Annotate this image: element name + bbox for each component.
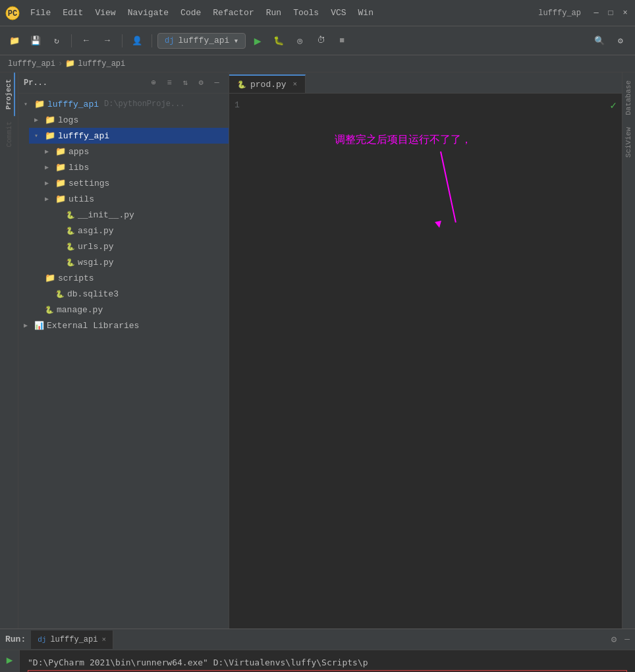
tree-item-db[interactable]: 🐍 db.sqlite3 bbox=[40, 286, 229, 302]
editor-content[interactable]: 1 ✓ 调整完之后项目运行不了了， bbox=[229, 94, 622, 629]
menu-file[interactable]: File bbox=[25, 5, 56, 20]
profile-icon[interactable]: ⏱ bbox=[312, 32, 330, 50]
manage-label: manage.py bbox=[57, 305, 103, 315]
tree-item-lufffy-api[interactable]: ▾ 📁 lufffy_api bbox=[29, 128, 229, 144]
line-numbers: 1 bbox=[229, 94, 256, 117]
asgi-py-icon: 🐍 bbox=[66, 227, 75, 235]
separator-2 bbox=[122, 34, 123, 47]
breadcrumb-part1[interactable]: lufffy_api bbox=[8, 59, 55, 69]
tree-item-logs[interactable]: ▶ 📁 logs bbox=[29, 112, 229, 128]
separator-3 bbox=[152, 34, 152, 47]
save-icon[interactable]: 💾 bbox=[26, 32, 45, 50]
menu-refactor[interactable]: Refactor bbox=[207, 5, 259, 20]
run-tab-lufffy[interactable]: dj lufffy_api × bbox=[31, 630, 113, 649]
bottom-panel: Run: dj lufffy_api × ⚙ — ▶ ▲ ▼ 🔧 ⇥ ⬛ ↩ 🖨… bbox=[0, 629, 635, 672]
settings-folder-icon: 📁 bbox=[55, 178, 66, 188]
libs-chevron: ▶ bbox=[45, 163, 53, 171]
run-label: Run: bbox=[5, 634, 26, 644]
maximize-button[interactable]: □ bbox=[606, 9, 615, 18]
db-label: db.sqlite3 bbox=[67, 289, 119, 299]
project-strip: Project Commit bbox=[0, 72, 18, 629]
svg-text:PC: PC bbox=[8, 9, 17, 18]
menu-edit[interactable]: Edit bbox=[57, 5, 88, 20]
minimize-button[interactable]: — bbox=[592, 9, 601, 18]
tree-root[interactable]: ▾ 📁 lufffy_api D:\pythonProje... bbox=[18, 96, 229, 112]
right-tab-sciview[interactable]: SciView bbox=[623, 122, 635, 163]
tab-prod-py[interactable]: 🐍 prod.py × bbox=[229, 74, 306, 93]
run-play-icon[interactable]: ▶ bbox=[248, 32, 267, 50]
collapse-all-icon[interactable]: ≡ bbox=[163, 76, 176, 90]
tree-item-wsgi[interactable]: 🐍 wsgi.py bbox=[50, 254, 229, 270]
menu-tools[interactable]: Tools bbox=[288, 5, 324, 20]
back-icon[interactable]: ← bbox=[77, 32, 96, 50]
tree-item-init[interactable]: 🐍 __init__.py bbox=[50, 207, 229, 223]
tab-close-icon[interactable]: × bbox=[293, 80, 298, 88]
logs-label: logs bbox=[58, 115, 78, 125]
root-chevron: ▾ bbox=[24, 100, 32, 108]
run-config-selector[interactable]: dj lufffy_api ▾ bbox=[157, 33, 246, 49]
tree-item-asgi[interactable]: 🐍 asgi.py bbox=[50, 223, 229, 238]
open-folder-icon[interactable]: 📁 bbox=[5, 32, 24, 50]
tree-item-scripts[interactable]: 📁 scripts bbox=[29, 270, 229, 286]
expand-all-icon[interactable]: ⇅ bbox=[179, 76, 192, 90]
panel-header-icons: ⊕ ≡ ⇅ ⚙ — bbox=[147, 76, 223, 90]
stop-icon[interactable]: ■ bbox=[333, 32, 351, 50]
gear-icon[interactable]: ⚙ bbox=[194, 76, 207, 90]
menu-vcs[interactable]: VCS bbox=[325, 5, 351, 20]
breadcrumb-part2[interactable]: lufffy_api bbox=[78, 59, 125, 69]
run-play-btn[interactable]: ▶ bbox=[3, 653, 17, 667]
run-panel-minimize-icon[interactable]: — bbox=[624, 634, 630, 644]
run-panel-gear-icon[interactable]: ⚙ bbox=[611, 634, 617, 645]
wsgi-py-icon: 🐍 bbox=[66, 258, 75, 267]
lufffy-api-folder-icon: 📁 bbox=[45, 130, 55, 141]
code-area[interactable] bbox=[256, 94, 622, 629]
debug-icon[interactable]: 🐛 bbox=[269, 32, 288, 50]
run-config-chevron: ▾ bbox=[233, 36, 238, 46]
apps-chevron: ▶ bbox=[45, 148, 53, 155]
right-tab-database[interactable]: Database bbox=[623, 75, 635, 121]
settings-icon[interactable]: ⚙ bbox=[611, 32, 630, 50]
tree-item-libs[interactable]: ▶ 📁 libs bbox=[40, 159, 229, 175]
tree-item-urls[interactable]: 🐍 urls.py bbox=[50, 238, 229, 254]
run-config-name: lufffy_api bbox=[178, 36, 229, 45]
tree-item-ext-libs[interactable]: ▶ 📊 External Libraries bbox=[18, 318, 229, 333]
run-config-py-icon: dj bbox=[165, 36, 174, 45]
forward-icon[interactable]: → bbox=[98, 32, 117, 50]
menu-code[interactable]: Code bbox=[175, 5, 206, 20]
search-everywhere-icon[interactable]: 🔍 bbox=[590, 32, 609, 50]
commit-strip-tab[interactable]: Commit bbox=[4, 116, 14, 153]
coverage-icon[interactable]: ◎ bbox=[290, 32, 309, 50]
urls-py-icon: 🐍 bbox=[66, 242, 75, 251]
apps-folder-icon: 📁 bbox=[55, 146, 66, 157]
menu-bar: File Edit View Navigate Code Refactor Ru… bbox=[25, 5, 538, 20]
root-label: lufffy_api bbox=[47, 99, 99, 109]
ext-libs-label: External Libraries bbox=[47, 321, 139, 331]
checkmark-icon: ✓ bbox=[610, 99, 617, 112]
root-folder-icon: 📁 bbox=[34, 99, 45, 109]
tree-item-settings[interactable]: ▶ 📁 settings bbox=[40, 175, 229, 191]
run-tab-close-icon[interactable]: × bbox=[101, 636, 106, 644]
menu-run[interactable]: Run bbox=[261, 5, 287, 20]
menu-view[interactable]: View bbox=[90, 5, 121, 20]
tree-item-manage[interactable]: 🐍 manage.py bbox=[29, 302, 229, 318]
init-py-icon: 🐍 bbox=[66, 211, 75, 219]
scripts-folder-icon: 📁 bbox=[45, 273, 55, 283]
title-bar: PC File Edit View Navigate Code Refactor… bbox=[0, 0, 635, 26]
refresh-icon[interactable]: ↻ bbox=[47, 32, 66, 50]
urls-label: urls.py bbox=[78, 242, 114, 252]
close-button[interactable]: × bbox=[621, 9, 630, 18]
vcs-icon[interactable]: 👤 bbox=[128, 32, 146, 50]
window-controls: — □ × bbox=[592, 9, 630, 18]
utils-label: utils bbox=[69, 194, 94, 204]
add-icon[interactable]: ⊕ bbox=[147, 76, 160, 90]
tree-item-utils[interactable]: ▶ 📁 utils bbox=[40, 191, 229, 207]
menu-navigate[interactable]: Navigate bbox=[123, 5, 174, 20]
run-left-strip: ▶ ▲ ▼ 🔧 ⇥ ⬛ ↩ 🖨 🗑 bbox=[0, 650, 20, 672]
project-panel: Pr... ⊕ ≡ ⇅ ⚙ — ▾ 📁 lufffy_api D:\python… bbox=[18, 72, 229, 629]
run-tab-dj-icon: dj bbox=[38, 636, 46, 644]
menu-win[interactable]: Win bbox=[353, 5, 379, 20]
project-strip-tab[interactable]: Project bbox=[3, 72, 15, 116]
tree-item-apps[interactable]: ▶ 📁 apps bbox=[40, 144, 229, 159]
minimize-panel-icon[interactable]: — bbox=[210, 76, 223, 90]
breadcrumb-folder-icon: 📁 bbox=[65, 59, 75, 69]
